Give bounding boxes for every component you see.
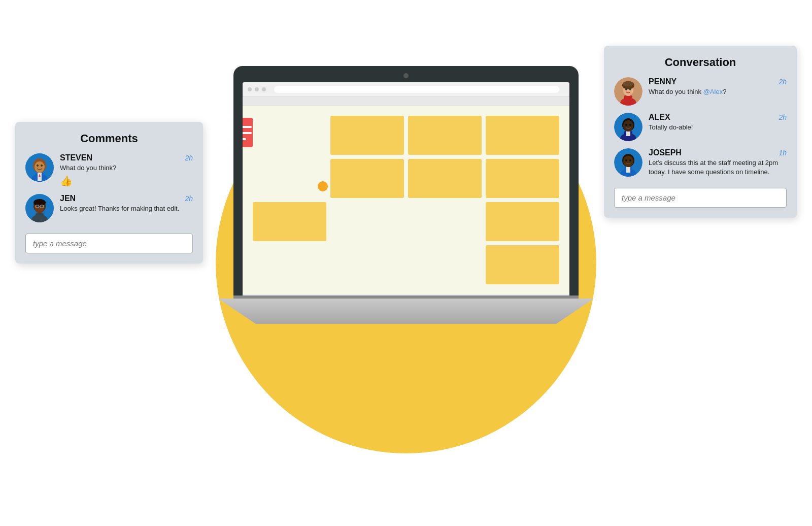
svg-point-47 bbox=[625, 159, 627, 161]
svg-rect-44 bbox=[626, 167, 630, 173]
cell-3-4 bbox=[486, 202, 559, 241]
penny-text: What do you think @Alex? bbox=[649, 87, 787, 96]
laptop-base bbox=[233, 299, 579, 310]
comments-panel: Comments bbox=[15, 122, 203, 264]
svg-point-38 bbox=[623, 120, 633, 132]
comment-item-steven: STEVEN 2h What do you think? 👍 bbox=[25, 153, 193, 187]
svg-rect-26 bbox=[624, 95, 632, 106]
steven-name: STEVEN bbox=[60, 153, 92, 162]
penny-mention: @Alex bbox=[703, 88, 723, 95]
alex-time: 2h bbox=[779, 113, 787, 121]
svg-point-46 bbox=[623, 156, 633, 167]
jen-header: JEN 2h bbox=[60, 194, 193, 203]
conversation-message-input[interactable] bbox=[614, 188, 787, 208]
laptop-screen-inner bbox=[243, 82, 569, 295]
comment-content-alex: ALEX 2h Totally do-able! bbox=[649, 113, 787, 132]
comment-content-joseph: JOSEPH 1h Let's discuss this at the staf… bbox=[649, 148, 787, 177]
spreadsheet-area bbox=[243, 106, 569, 294]
cell-1-3 bbox=[408, 116, 482, 155]
penny-header: PENNY 2h bbox=[649, 77, 787, 86]
browser-bar bbox=[243, 82, 569, 96]
cell-4-2 bbox=[330, 245, 404, 284]
laptop-camera bbox=[403, 73, 409, 78]
svg-point-20 bbox=[37, 206, 39, 208]
conversation-panel: Conversation P bbox=[604, 46, 797, 218]
avatar-joseph bbox=[614, 148, 642, 177]
doc-icon bbox=[243, 117, 258, 152]
cell-2-3 bbox=[408, 159, 482, 198]
alex-text: Totally do-able! bbox=[649, 123, 787, 132]
jen-text: Looks great! Thanks for making that edit… bbox=[60, 204, 193, 213]
cell-1-4 bbox=[486, 116, 559, 155]
comment-content-jen: JEN 2h Looks great! Thanks for making th… bbox=[60, 194, 193, 213]
cell-4-4 bbox=[486, 245, 559, 284]
joseph-name: JOSEPH bbox=[649, 148, 682, 157]
svg-point-21 bbox=[41, 206, 43, 208]
svg-point-31 bbox=[625, 88, 627, 90]
cell-3-3 bbox=[408, 202, 482, 241]
message-item-alex: ALEX 2h Totally do-able! bbox=[614, 113, 787, 141]
penny-time: 2h bbox=[779, 78, 787, 86]
cell-2-4 bbox=[486, 159, 559, 198]
joseph-time: 1h bbox=[779, 149, 787, 157]
joseph-text: Let's discuss this at the staff meeting … bbox=[649, 158, 787, 177]
cell-1-1 bbox=[253, 116, 326, 155]
browser-url-bar bbox=[274, 86, 559, 93]
svg-point-30 bbox=[623, 81, 633, 86]
orange-dot bbox=[318, 181, 328, 191]
jen-time: 2h bbox=[185, 194, 193, 203]
steven-time: 2h bbox=[185, 154, 193, 162]
laptop-bottom bbox=[218, 299, 594, 324]
cell-3-2 bbox=[330, 202, 404, 241]
like-icon: 👍 bbox=[60, 175, 193, 187]
steven-header: STEVEN 2h bbox=[60, 153, 193, 162]
avatar-penny bbox=[614, 77, 642, 106]
conversation-title: Conversation bbox=[614, 56, 787, 69]
jen-name: JEN bbox=[60, 194, 76, 203]
steven-text: What do you think? bbox=[60, 163, 193, 173]
comment-item-jen: JEN 2h Looks great! Thanks for making th… bbox=[25, 194, 193, 222]
comments-title: Comments bbox=[25, 132, 193, 145]
laptop bbox=[233, 66, 579, 310]
browser-second-bar bbox=[243, 96, 569, 106]
svg-point-11 bbox=[35, 161, 45, 173]
comment-content-steven: STEVEN 2h What do you think? 👍 bbox=[60, 153, 193, 187]
cell-4-3 bbox=[408, 245, 482, 284]
cell-2-1 bbox=[253, 159, 326, 198]
svg-point-40 bbox=[629, 124, 631, 126]
svg-point-12 bbox=[37, 165, 39, 167]
browser-dot-2 bbox=[255, 87, 259, 91]
cell-4-1 bbox=[253, 245, 326, 284]
joseph-header: JOSEPH 1h bbox=[649, 148, 787, 157]
cell-3-1 bbox=[253, 202, 326, 241]
svg-rect-16 bbox=[36, 213, 44, 222]
cell-2-2 bbox=[330, 159, 404, 198]
message-item-penny: PENNY 2h What do you think @Alex? bbox=[614, 77, 787, 106]
avatar-alex bbox=[614, 113, 642, 141]
svg-point-19 bbox=[33, 199, 46, 206]
browser-dot-1 bbox=[248, 87, 252, 91]
svg-point-39 bbox=[625, 124, 627, 126]
laptop-screen-outer bbox=[233, 66, 579, 295]
alex-name: ALEX bbox=[649, 113, 670, 122]
alex-header: ALEX 2h bbox=[649, 113, 787, 122]
comments-message-input[interactable] bbox=[25, 234, 193, 253]
penny-name: PENNY bbox=[649, 77, 676, 86]
svg-point-32 bbox=[629, 88, 631, 90]
cell-1-2 bbox=[330, 116, 404, 155]
svg-point-13 bbox=[41, 165, 43, 167]
browser-dot-3 bbox=[262, 87, 266, 91]
avatar-steven bbox=[25, 153, 54, 182]
comment-content-penny: PENNY 2h What do you think @Alex? bbox=[649, 77, 787, 96]
svg-rect-36 bbox=[626, 131, 630, 136]
avatar-jen bbox=[25, 194, 54, 222]
message-item-joseph: JOSEPH 1h Let's discuss this at the staf… bbox=[614, 148, 787, 177]
svg-point-48 bbox=[629, 159, 631, 161]
